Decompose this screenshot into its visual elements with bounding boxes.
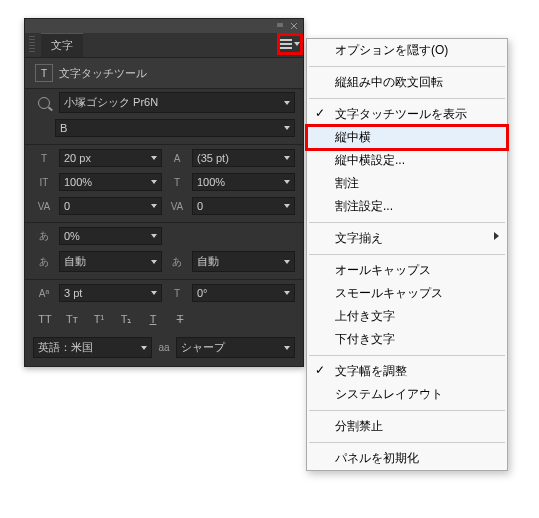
rotation-icon: T bbox=[166, 284, 188, 302]
chevron-down-icon bbox=[151, 234, 157, 238]
collapse-icon[interactable] bbox=[275, 21, 285, 31]
menu-separator bbox=[309, 222, 505, 223]
aki-left-icon: あ bbox=[33, 253, 55, 271]
grip-icon[interactable] bbox=[29, 36, 35, 54]
vscale-icon: IT bbox=[33, 173, 55, 191]
smallcaps-button[interactable]: Tт bbox=[60, 308, 84, 330]
menu-tatechuyoko[interactable]: 縦中横 bbox=[307, 126, 507, 149]
menu-tatechuyoko-settings[interactable]: 縦中横設定... bbox=[307, 149, 507, 172]
menu-small-caps[interactable]: スモールキャップス bbox=[307, 282, 507, 305]
menu-system-layout[interactable]: システムレイアウト bbox=[307, 383, 507, 406]
chevron-down-icon bbox=[151, 156, 157, 160]
panel-context-menu: オプションを隠す(O) 縦組み中の欧文回転 ✓ 文字タッチツールを表示 縦中横 … bbox=[306, 38, 508, 471]
chevron-down-icon bbox=[284, 346, 290, 350]
language-value: 英語：米国 bbox=[38, 340, 93, 355]
kerning-value: 0 bbox=[64, 200, 70, 212]
search-icon[interactable] bbox=[33, 94, 55, 112]
aki-left-field[interactable]: 自動 bbox=[59, 251, 162, 272]
menu-show-touch-tool[interactable]: ✓ 文字タッチツールを表示 bbox=[307, 103, 507, 126]
touch-tool-row[interactable]: T 文字タッチツール bbox=[25, 57, 303, 89]
propw-icon: あ bbox=[33, 227, 55, 245]
menu-superscript[interactable]: 上付き文字 bbox=[307, 305, 507, 328]
panel-tabbar: 文字 bbox=[25, 33, 303, 57]
tab-character[interactable]: 文字 bbox=[41, 33, 83, 57]
touch-tool-label: 文字タッチツール bbox=[59, 66, 147, 81]
font-style-value: B bbox=[60, 122, 67, 134]
font-style-row: B bbox=[25, 116, 303, 140]
close-icon[interactable] bbox=[289, 21, 299, 31]
chevron-down-icon bbox=[141, 346, 147, 350]
font-family-field[interactable]: 小塚ゴシック Pr6N bbox=[59, 92, 295, 113]
subscript-button[interactable]: T₁ bbox=[114, 308, 138, 330]
menu-warichu-settings[interactable]: 割注設定... bbox=[307, 195, 507, 218]
menu-subscript[interactable]: 下付き文字 bbox=[307, 328, 507, 351]
hscale-value: 100% bbox=[197, 176, 225, 188]
propw-value: 0% bbox=[64, 230, 80, 242]
font-size-field[interactable]: 20 px bbox=[59, 149, 162, 167]
menu-hide-options[interactable]: オプションを隠す(O) bbox=[307, 39, 507, 62]
language-field[interactable]: 英語：米国 bbox=[33, 337, 152, 358]
hscale-icon: T bbox=[166, 173, 188, 191]
hamburger-icon bbox=[278, 39, 292, 49]
antialias-value: シャープ bbox=[181, 340, 225, 355]
allcaps-button[interactable]: TT bbox=[33, 308, 57, 330]
font-style-field[interactable]: B bbox=[55, 119, 295, 137]
leading-icon: A bbox=[166, 149, 188, 167]
aki-right-field[interactable]: 自動 bbox=[192, 251, 295, 272]
check-icon: ✓ bbox=[315, 106, 325, 120]
chevron-down-icon bbox=[284, 180, 290, 184]
leading-field[interactable]: (35 pt) bbox=[192, 149, 295, 167]
strikethrough-button[interactable]: T bbox=[168, 308, 192, 330]
propw-field[interactable]: 0% bbox=[59, 227, 162, 245]
font-size-icon: T bbox=[33, 149, 55, 167]
tracking-field[interactable]: 0 bbox=[192, 197, 295, 215]
menu-warichu[interactable]: 割注 bbox=[307, 172, 507, 195]
antialias-field[interactable]: シャープ bbox=[176, 337, 295, 358]
chevron-down-icon bbox=[294, 42, 300, 46]
menu-separator bbox=[309, 66, 505, 67]
chevron-down-icon bbox=[151, 204, 157, 208]
baseline-icon: Aª bbox=[33, 284, 55, 302]
leading-value: (35 pt) bbox=[197, 152, 229, 164]
vscale-value: 100% bbox=[64, 176, 92, 188]
menu-separator bbox=[309, 410, 505, 411]
chevron-down-icon bbox=[284, 156, 290, 160]
chevron-down-icon bbox=[284, 260, 290, 264]
menu-reset-panel[interactable]: パネルを初期化 bbox=[307, 447, 507, 470]
kerning-field[interactable]: 0 bbox=[59, 197, 162, 215]
chevron-down-icon bbox=[151, 180, 157, 184]
menu-separator bbox=[309, 442, 505, 443]
menu-no-break[interactable]: 分割禁止 bbox=[307, 415, 507, 438]
panel-titlebar bbox=[25, 19, 303, 33]
rotation-field[interactable]: 0° bbox=[192, 284, 295, 302]
font-family-row: 小塚ゴシック Pr6N bbox=[25, 89, 303, 116]
underline-button[interactable]: T bbox=[141, 308, 165, 330]
check-icon: ✓ bbox=[315, 363, 325, 377]
panel-menu-button[interactable] bbox=[277, 35, 301, 53]
chevron-down-icon bbox=[284, 126, 290, 130]
chevron-down-icon bbox=[151, 260, 157, 264]
baseline-field[interactable]: 3 pt bbox=[59, 284, 162, 302]
hscale-field[interactable]: 100% bbox=[192, 173, 295, 191]
character-panel: 文字 T 文字タッチツール 小塚ゴシック Pr6N B T 20 px bbox=[24, 18, 304, 367]
tracking-icon: VA bbox=[166, 197, 188, 215]
menu-adjust-width[interactable]: ✓ 文字幅を調整 bbox=[307, 360, 507, 383]
chevron-down-icon bbox=[284, 101, 290, 105]
menu-all-caps[interactable]: オールキャップス bbox=[307, 259, 507, 282]
menu-moji-soroe[interactable]: 文字揃え bbox=[307, 227, 507, 250]
font-size-value: 20 px bbox=[64, 152, 91, 164]
menu-vert-latin-rotate[interactable]: 縦組み中の欧文回転 bbox=[307, 71, 507, 94]
vscale-field[interactable]: 100% bbox=[59, 173, 162, 191]
submenu-arrow-icon bbox=[494, 232, 499, 240]
tracking-value: 0 bbox=[197, 200, 203, 212]
antialias-icon: aa bbox=[158, 342, 169, 353]
touch-tool-icon: T bbox=[35, 64, 53, 82]
chevron-down-icon bbox=[151, 291, 157, 295]
menu-separator bbox=[309, 355, 505, 356]
menu-separator bbox=[309, 254, 505, 255]
kerning-icon: VA bbox=[33, 197, 55, 215]
superscript-button[interactable]: T¹ bbox=[87, 308, 111, 330]
baseline-value: 3 pt bbox=[64, 287, 82, 299]
aki-right-value: 自動 bbox=[197, 254, 219, 269]
chevron-down-icon bbox=[284, 291, 290, 295]
